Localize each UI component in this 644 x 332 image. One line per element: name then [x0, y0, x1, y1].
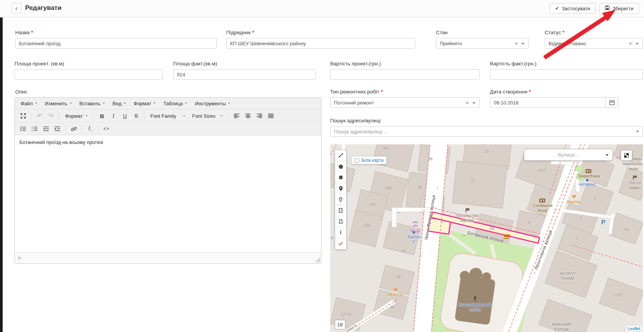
- font-sizes-dropdown[interactable]: Font Sizes: [189, 111, 226, 121]
- path-l-horizontal: [392, 207, 431, 212]
- strikethrough-button[interactable]: S: [131, 111, 142, 121]
- address-search-input[interactable]: [330, 126, 643, 137]
- chevron-down-icon: [183, 115, 185, 117]
- align-justify-icon: [268, 113, 274, 119]
- undo-button[interactable]: ↶: [34, 111, 45, 121]
- confirm-selection-button[interactable]: [335, 238, 346, 249]
- back-button[interactable]: ‹: [11, 3, 21, 13]
- editor-menu-4[interactable]: Формат: [130, 99, 159, 108]
- link-button[interactable]: [68, 124, 79, 134]
- map-fullscreen-button[interactable]: [621, 150, 632, 161]
- editor-menu-2[interactable]: Вставить: [76, 99, 108, 108]
- draw-marker-button[interactable]: [335, 183, 346, 194]
- name-label: Назва*: [15, 30, 217, 35]
- status-select[interactable]: Відремонтовано ×: [545, 38, 643, 49]
- map-building: [599, 278, 643, 316]
- cost-project-input[interactable]: [330, 69, 480, 80]
- name-input[interactable]: [15, 38, 217, 49]
- checkbox-icon[interactable]: [355, 158, 359, 163]
- building-number: 46: [390, 305, 395, 310]
- source-code-button[interactable]: <>: [101, 124, 112, 134]
- bold-button[interactable]: B: [97, 111, 107, 121]
- editor-menu-1[interactable]: Изменить: [41, 99, 75, 108]
- polyline-icon: [338, 153, 343, 158]
- underline-button[interactable]: U: [119, 111, 130, 121]
- map-poi: ПосолНімеч: [629, 175, 641, 190]
- state-label: Стан: [436, 30, 529, 35]
- document-layer-button[interactable]: [335, 216, 346, 227]
- draw-polygon-button[interactable]: [335, 161, 346, 172]
- map-street-search[interactable]: Вулиця...: [524, 149, 613, 161]
- building-number: 386: [385, 186, 392, 190]
- clear-icon[interactable]: ×: [466, 100, 469, 106]
- align-right-button[interactable]: [254, 111, 265, 121]
- cathedral-dome: [460, 271, 470, 281]
- apply-button[interactable]: ✔ Застосувати: [550, 3, 596, 14]
- clear-icon[interactable]: ×: [629, 41, 632, 46]
- align-justify-button[interactable]: [266, 111, 276, 121]
- draw-polyline-button[interactable]: [335, 150, 346, 161]
- buildings-layer-button[interactable]: [335, 205, 346, 216]
- map[interactable]: → → → → → 36г362929/23863831406426426а65…: [330, 144, 643, 332]
- building-number: 9: [331, 236, 333, 240]
- repair-type-select[interactable]: Поточний ремонт ×: [330, 97, 480, 108]
- editor-content[interactable]: Ботанічний проїзд на всьому протязі: [15, 135, 321, 252]
- remove-format-icon: I×: [88, 125, 92, 132]
- remove-format-button[interactable]: I×: [85, 124, 95, 134]
- editor-menu-3[interactable]: Вид: [109, 99, 130, 108]
- map-poi: CreditwestBank: [533, 199, 552, 213]
- font-family-dropdown[interactable]: Font Family: [147, 111, 188, 121]
- map-poi: ПриватБанк: [577, 169, 600, 179]
- cost-fact-input[interactable]: [490, 69, 643, 80]
- format-dropdown[interactable]: Формат: [62, 111, 91, 121]
- editor-menu-0[interactable]: Файл: [17, 99, 41, 108]
- apply-button-label: Застосувати: [562, 6, 590, 11]
- chevron-down-icon: [86, 115, 88, 117]
- state-select[interactable]: Прийнято ×: [436, 38, 529, 49]
- chevron-down-icon: [153, 103, 156, 104]
- draw-rectangle-button[interactable]: [335, 172, 346, 183]
- map-poi: КиївськийКоледж: [552, 322, 571, 332]
- editor-toolbar-2: 123 I× <>: [15, 123, 321, 135]
- contractor-input[interactable]: [226, 38, 415, 49]
- map-building: [348, 210, 383, 247]
- chevron-down-icon: [103, 103, 105, 104]
- area-project-input[interactable]: [14, 69, 163, 80]
- bullet-list-icon: [20, 126, 26, 131]
- redo-button[interactable]: ↷: [46, 111, 56, 121]
- page: ‹ Редагувати ✔ Застосувати Зберегти Назв…: [0, 0, 644, 332]
- building-number: 31: [471, 178, 475, 183]
- leaflet-attribution[interactable]: Leaflet: [626, 326, 642, 331]
- numbered-list-button[interactable]: 123: [29, 124, 40, 134]
- cost-fact-label: Вартість факт.(грн.): [490, 61, 643, 66]
- italic-button[interactable]: I: [108, 111, 119, 121]
- save-button[interactable]: Зберегти: [599, 3, 639, 14]
- building-icon: [338, 208, 343, 213]
- status-label: Статус*: [545, 30, 643, 35]
- cathedral-dome: [469, 268, 482, 281]
- outdent-button[interactable]: [41, 124, 51, 134]
- calendar-button[interactable]: [606, 97, 619, 108]
- white-map-label: Біла карта: [361, 158, 383, 163]
- element-path[interactable]: p: [18, 255, 21, 260]
- resize-handle[interactable]: [315, 258, 320, 262]
- fullscreen-button[interactable]: [18, 111, 29, 121]
- creation-date-input[interactable]: [490, 97, 606, 108]
- draw-circle-marker-button[interactable]: [335, 194, 346, 205]
- align-left-button[interactable]: [231, 111, 242, 121]
- indent-button[interactable]: [52, 124, 63, 134]
- description-editor: ФайлИзменитьВставитьВидФорматТаблицаИнст…: [14, 97, 321, 264]
- bullet-list-button[interactable]: [18, 124, 29, 134]
- area-fact-input[interactable]: [173, 69, 316, 80]
- align-center-button[interactable]: [243, 111, 253, 121]
- white-map-toggle[interactable]: Біла карта: [351, 157, 386, 164]
- chevron-down-icon: [124, 103, 126, 104]
- path-l-vertical: [392, 207, 397, 227]
- building-number: 3: [594, 196, 596, 200]
- editor-menu-5[interactable]: Таблица: [160, 99, 191, 108]
- map-poi: КраїнаУ: [407, 231, 420, 244]
- repair-type-label: Тип ремонтних робіт*: [330, 89, 480, 95]
- editor-menu-6[interactable]: Инструменты: [191, 99, 234, 108]
- info-button[interactable]: i: [335, 227, 346, 238]
- clear-icon[interactable]: ×: [515, 41, 518, 46]
